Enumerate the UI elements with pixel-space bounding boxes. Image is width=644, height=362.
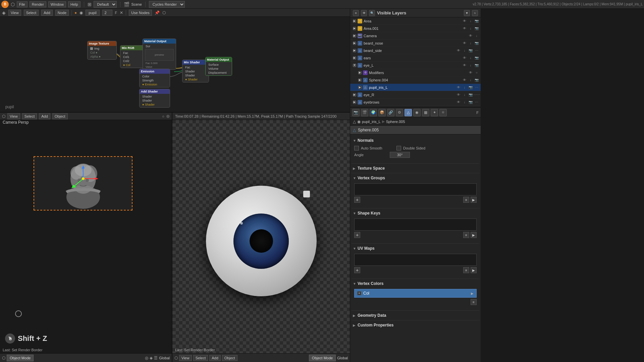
outliner-item-eyebrows[interactable]: ▶ △ eyebrows 👁 ↓ 📷 ⋯ <box>350 99 481 106</box>
sk-list[interactable] <box>354 219 477 231</box>
angle-value[interactable]: 30° <box>390 152 410 158</box>
render-select-btn[interactable]: Select <box>193 355 208 361</box>
filter-icon[interactable]: ▼ <box>464 10 470 16</box>
vis-extra-eyb[interactable]: ⋯ <box>474 100 479 105</box>
render-view[interactable]: Time:00:07.28 | Remaining:01:42.26 | Mem… <box>172 113 350 362</box>
toolbar-icon-3[interactable]: ☰ <box>154 356 158 360</box>
vis-arr-pupil[interactable]: ↓ <box>462 85 467 90</box>
col-expand-icon[interactable]: + <box>357 291 361 295</box>
node-add-btn[interactable]: Add <box>41 10 53 16</box>
vc-header[interactable]: ▼ Vertex Colors <box>352 280 479 287</box>
cam-add-btn[interactable]: Add <box>39 113 50 119</box>
node-node-btn[interactable]: Node <box>55 10 69 16</box>
vis-eye-mods[interactable]: 👁 <box>468 70 473 75</box>
gd-header[interactable]: ▶ Geometry Data <box>352 312 479 319</box>
outliner-item-area001[interactable]: ▶ ☀ Area.001 👁 ↓ 📷 <box>350 25 481 32</box>
vg-list[interactable] <box>354 183 477 195</box>
vg-side-btn[interactable]: ▶ <box>471 197 477 203</box>
uv-list[interactable] <box>354 254 477 266</box>
search-icon[interactable]: 🔍 <box>369 10 375 16</box>
vis-eye-fur[interactable]: 👁 <box>468 107 473 107</box>
data-props-icon[interactable]: △ <box>405 109 412 116</box>
vis-cam-eyr[interactable]: 📷 <box>468 92 473 98</box>
render-props-icon[interactable]: 📷 <box>352 109 360 116</box>
breadcrumb-item-1[interactable]: pupil_iris_L <box>362 120 381 124</box>
use-nodes-btn[interactable]: Use Nodes <box>129 10 152 16</box>
frame-field[interactable]: 2 <box>102 10 112 16</box>
vis-cam-ears[interactable]: 📷 <box>474 55 479 61</box>
double-sided-checkbox[interactable] <box>396 146 401 150</box>
render-canvas[interactable]: CG素材岛 cgdao.cn <box>172 120 350 362</box>
vis-cam-eyb[interactable]: 📷 <box>468 100 473 105</box>
outliner-item-camera[interactable]: ▶ 📷 Camera 👁 ↓ <box>350 32 481 40</box>
vis-arr-bs[interactable]: ↓ <box>462 48 467 53</box>
vis-cam-bs[interactable]: 📷 <box>468 48 473 53</box>
sk-side-btn[interactable]: ▶ <box>471 232 477 238</box>
object-name-field[interactable]: pupil <box>86 10 99 16</box>
object-props-icon[interactable]: 📦 <box>378 109 386 116</box>
vis-arr-ears[interactable]: ↓ <box>468 55 473 61</box>
vis-cam-sph004[interactable]: 📷 <box>474 77 479 83</box>
node-setup[interactable]: Material Output Sur preview Fac 0.000 Va… <box>143 39 176 70</box>
vg-header[interactable]: ▼ Vertex Groups <box>352 175 479 181</box>
constraints-icon[interactable]: 🔗 <box>387 109 394 116</box>
physics-props-icon[interactable]: ⚛ <box>439 109 447 116</box>
node-image-texture[interactable]: Image Texture Img Col ● Alpha ● <box>87 41 117 60</box>
node-mix-shader[interactable]: Mix Shader Fac Shader Shader ● Shader <box>182 60 209 82</box>
node-add-shader[interactable]: Add Shader Shader Shader ● Shader <box>139 89 170 108</box>
vis-eye-sph004[interactable]: 👁 <box>462 77 467 83</box>
outliner-item-eye-r[interactable]: ▶ △ eye_R 👁 ↓ 📷 ⋯⋯ <box>350 91 481 99</box>
expand-pupil[interactable]: ▶ <box>358 86 362 89</box>
node-material-output[interactable]: Material Output Surface Volume Displacem… <box>205 57 232 76</box>
sk-add-btn[interactable]: + <box>354 232 360 238</box>
cam-view-btn[interactable]: View <box>7 113 20 119</box>
engine-select[interactable]: Cycles Render <box>149 1 185 8</box>
outliner-item-ears[interactable]: ▶ △ ears 👁 ↓ 📷 <box>350 54 481 62</box>
vis-circle-mods[interactable]: ○ <box>474 70 479 75</box>
menu-help[interactable]: Help <box>68 1 80 7</box>
toolbar-icon-2[interactable]: ◈ <box>150 356 153 360</box>
vis-extra-eyr[interactable]: ⋯⋯ <box>474 92 479 98</box>
vis-arr-eyr[interactable]: ↓ <box>462 92 467 98</box>
cam-select-btn[interactable]: Select <box>22 113 37 119</box>
col-entry[interactable]: + Col ▶ <box>354 289 477 298</box>
vis-arr-eyb[interactable]: ↓ <box>462 100 467 105</box>
node-view-btn[interactable]: View <box>8 10 21 16</box>
vis-cam-eyl[interactable]: 📷 <box>474 63 479 68</box>
outliner-item-pupil-iris-l[interactable]: ▶ △ pupil_iris_L 👁 ↓ 📷 ⋯ <box>350 84 481 91</box>
node-select-btn[interactable]: Select <box>24 10 39 16</box>
texture-props-icon[interactable]: ▦ <box>422 109 429 116</box>
vis-arr-a001[interactable]: ↓ <box>468 26 473 31</box>
expand-mods[interactable]: ▶ <box>358 71 362 74</box>
layout-select[interactable]: Default <box>94 1 117 8</box>
vis-extra-fur[interactable]: ⋯ <box>474 107 479 107</box>
outliner-item-area[interactable]: ▶ ☀ Area 👁 ↓ 📷 <box>350 17 481 25</box>
node-emission[interactable]: Emission Color Strength ● Emission <box>139 69 170 87</box>
outliner-icon[interactable]: ≡ <box>353 10 359 16</box>
vis-eye-eyl[interactable]: 👁 <box>462 63 467 68</box>
sk-header[interactable]: ▼ Shape Keys <box>352 210 479 217</box>
particle-props-icon[interactable]: ✦ <box>431 109 438 116</box>
vis-eye-pupil[interactable]: 👁 <box>456 85 461 90</box>
node-canvas[interactable]: Image Texture Img Col ● Alpha ● Mix RGB … <box>0 17 350 112</box>
auto-smooth-checkbox[interactable] <box>354 146 359 150</box>
expand-area[interactable]: ▶ <box>353 19 356 23</box>
expand-beard-side[interactable]: ▶ <box>353 49 356 52</box>
vis-arrow[interactable]: ↓ <box>468 18 473 24</box>
outliner-item-eye-l[interactable]: ▼ △ eye_L 👁 ↓ 📷 <box>350 62 481 69</box>
vis-cam[interactable]: 📷 <box>474 18 479 24</box>
menu-file[interactable]: File <box>17 1 28 7</box>
uv-eq-btn[interactable]: ≡ <box>463 267 469 273</box>
normals-header[interactable]: ▼ Normals <box>352 137 479 144</box>
expand-area001[interactable]: ▶ <box>353 27 356 30</box>
render-object-btn[interactable]: Object <box>222 355 237 361</box>
blender-logo[interactable]: B <box>1 1 9 8</box>
modifier-props-icon[interactable]: ⚙ <box>396 109 403 116</box>
vis-cam-pupil[interactable]: 📷 <box>468 85 473 90</box>
expand-eye-l[interactable]: ▼ <box>353 64 356 67</box>
outliner-item-modifiers[interactable]: ▶ ⚙ Modifiers 👁 ○ <box>350 69 481 76</box>
vis-cam-bn[interactable]: 📷 <box>474 41 479 46</box>
uv-header[interactable]: ▼ UV Maps <box>352 245 479 252</box>
vc-eq-btn[interactable]: ≡ <box>471 299 477 305</box>
world-props-icon[interactable]: 🌍 <box>370 109 377 116</box>
